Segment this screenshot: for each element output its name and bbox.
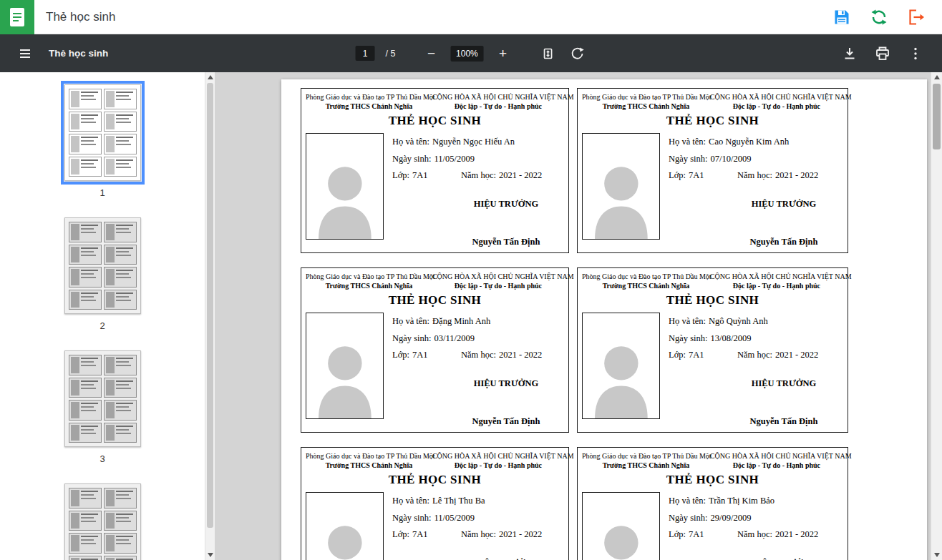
photo-placeholder: [582, 313, 660, 419]
card-department: Phòng Giáo dục và Đào tạo TP Thủ Dầu Một: [306, 451, 432, 461]
card-motto: Độc lập - Tự do - Hạnh phúc: [432, 461, 564, 470]
school-year: 2021 - 2022: [775, 350, 818, 360]
person-silhouette-icon: [314, 516, 377, 560]
page-thumbnail-3[interactable]: 3: [64, 350, 141, 464]
principal-title: HIỆU TRƯỞNG: [669, 199, 843, 210]
triangle-up-icon: [934, 75, 940, 79]
fit-page-icon: [540, 46, 555, 61]
dob-label: Ngày sinh:: [392, 154, 432, 164]
zoom-out-button[interactable]: −: [422, 45, 440, 62]
principal-title: HIỆU TRƯỞNG: [669, 378, 843, 389]
triangle-down-icon: [934, 553, 940, 557]
card-nation: CỘNG HÒA XÃ HỘI CHỦ NGHĨA VIỆT NAM: [710, 272, 843, 281]
card-header: Phòng Giáo dục và Đào tạo TP Thủ Dầu Một…: [582, 92, 843, 111]
app-actions: [832, 7, 926, 27]
page-number-input[interactable]: [356, 46, 375, 61]
person-silhouette-icon: [314, 157, 377, 239]
dob-label: Ngày sinh:: [669, 513, 708, 523]
menu-button[interactable]: [16, 44, 34, 63]
person-silhouette-icon: [590, 337, 653, 418]
main-scrollbar-thumb[interactable]: [933, 84, 941, 149]
name-label: Họ và tên:: [669, 137, 706, 147]
card-department: Phòng Giáo dục và Đào tạo TP Thủ Dầu Một: [306, 272, 432, 281]
thumbnail-image-1[interactable]: [64, 84, 141, 181]
zoom-level: 100%: [450, 46, 483, 62]
student-dob: 11/05/2009: [434, 154, 475, 164]
card-title: THẺ HỌC SINH: [306, 114, 564, 128]
student-card-6: Phòng Giáo dục và Đào tạo TP Thủ Dầu Một…: [577, 447, 848, 560]
student-dob: 13/08/2009: [711, 333, 752, 343]
card-info: Họ và tên:Cao Nguyễn Kim Anh Ngày sinh:0…: [669, 133, 843, 248]
page-thumbnail-4[interactable]: 4: [64, 483, 141, 560]
card-header: Phòng Giáo dục và Đào tạo TP Thủ Dầu Một…: [306, 92, 564, 111]
scroll-up-arrow[interactable]: [205, 72, 215, 82]
triangle-up-icon: [208, 75, 213, 79]
photo-placeholder: [306, 313, 384, 419]
card-motto: Độc lập - Tự do - Hạnh phúc: [710, 281, 843, 290]
year-label: Năm học:: [737, 529, 772, 539]
student-name: Trần Thị Kim Bảo: [709, 496, 775, 506]
sidebar-scrollbar-thumb[interactable]: [207, 83, 213, 528]
student-name: Cao Nguyễn Kim Anh: [709, 137, 789, 147]
page-thumbnail-2[interactable]: 2: [64, 217, 141, 331]
main-scrollbar[interactable]: [931, 72, 942, 560]
save-button[interactable]: [832, 7, 852, 27]
class-label: Lớp:: [392, 170, 409, 180]
principal-title: HIỆU TRƯỞNG: [392, 199, 564, 210]
card-header: Phòng Giáo dục và Đào tạo TP Thủ Dầu Một…: [582, 272, 843, 290]
scroll-down-arrow[interactable]: [205, 550, 215, 560]
card-body: Họ và tên:Trần Thị Kim Bảo Ngày sinh:29/…: [582, 492, 843, 560]
school-year: 2021 - 2022: [775, 170, 818, 180]
download-icon: [841, 45, 858, 62]
card-title: THẺ HỌC SINH: [306, 293, 564, 308]
name-label: Họ và tên:: [392, 137, 429, 147]
scroll-up-arrow[interactable]: [931, 72, 942, 82]
card-title: THẺ HỌC SINH: [582, 473, 843, 487]
three-dots-icon: [907, 45, 924, 62]
zoom-in-button[interactable]: +: [494, 45, 511, 62]
year-label: Năm học:: [461, 170, 496, 180]
thumbnail-image-2[interactable]: [64, 217, 141, 314]
exit-icon: [907, 8, 926, 26]
class-label: Lớp:: [669, 170, 686, 180]
card-header: Phòng Giáo dục và Đào tạo TP Thủ Dầu Một…: [306, 272, 564, 290]
principal-title: HIỆU TRƯỞNG: [392, 558, 564, 560]
card-motto: Độc lập - Tự do - Hạnh phúc: [432, 281, 564, 290]
more-options-button[interactable]: [906, 44, 925, 63]
card-school: Trường THCS Chánh Nghĩa: [582, 281, 710, 290]
exit-button[interactable]: [906, 7, 926, 27]
school-year: 2021 - 2022: [499, 170, 542, 180]
school-year: 2021 - 2022: [499, 350, 542, 360]
principal-name: Nguyễn Tấn Định: [669, 416, 843, 427]
pdf-toolbar: Thẻ học sinh / 5 − 100% +: [0, 34, 942, 72]
page-title: Thẻ học sinh: [46, 10, 115, 24]
download-button[interactable]: [840, 44, 859, 63]
card-department: Phòng Giáo dục và Đào tạo TP Thủ Dầu Một: [582, 92, 710, 102]
rotate-button[interactable]: [568, 44, 586, 63]
sidebar-scrollbar[interactable]: [205, 72, 215, 560]
student-class: 7A1: [689, 170, 704, 180]
pdf-page-1: Phòng Giáo dục và Đào tạo TP Thủ Dầu Một…: [281, 79, 927, 560]
card-nation: CỘNG HÒA XÃ HỘI CHỦ NGHĨA VIỆT NAM: [710, 92, 843, 102]
student-class: 7A1: [412, 170, 428, 180]
dob-label: Ngày sinh:: [392, 333, 432, 343]
refresh-button[interactable]: [869, 7, 889, 27]
card-info: Họ và tên:Đặng Minh Anh Ngày sinh:03/11/…: [392, 313, 564, 428]
fit-page-button[interactable]: [538, 44, 557, 63]
year-label: Năm học:: [737, 170, 772, 180]
card-motto: Độc lập - Tự do - Hạnh phúc: [710, 102, 843, 111]
thumbnail-image-3[interactable]: [64, 350, 141, 447]
card-body: Họ và tên:Đặng Minh Anh Ngày sinh:03/11/…: [306, 313, 564, 428]
print-button[interactable]: [873, 44, 892, 63]
name-label: Họ và tên:: [669, 496, 706, 506]
student-dob: 11/05/2009: [434, 513, 475, 523]
student-name: Lê Thị Thu Ba: [432, 496, 485, 506]
photo-placeholder: [306, 133, 384, 240]
card-department: Phòng Giáo dục và Đào tạo TP Thủ Dầu Một: [582, 451, 710, 461]
scroll-down-arrow[interactable]: [931, 550, 942, 560]
card-nation: CỘNG HÒA XÃ HỘI CHỦ NGHĨA VIỆT NAM: [432, 272, 564, 281]
class-label: Lớp:: [392, 350, 409, 360]
thumbnail-image-4[interactable]: [64, 483, 141, 560]
student-class: 7A1: [689, 529, 704, 539]
page-thumbnail-1[interactable]: 1: [64, 84, 141, 198]
